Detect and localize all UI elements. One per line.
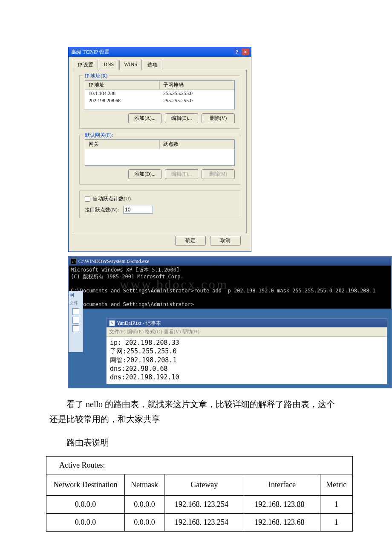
metric-fieldset: 自动跃点计数(U) 接口跃点数(N): bbox=[79, 191, 240, 218]
folder-icon[interactable] bbox=[72, 325, 79, 332]
th-network-destination: Network Destination bbox=[46, 474, 125, 496]
cmd-icon: c:\ bbox=[71, 258, 77, 264]
ip-address-list[interactable]: IP 地址 子网掩码 10.1.104.238 255.255.255.0 20… bbox=[85, 80, 235, 110]
th-netmask: Netmask bbox=[124, 474, 164, 496]
tab-strip: IP 设置 DNS WINS 选项 bbox=[73, 60, 247, 70]
close-icon[interactable]: × bbox=[242, 49, 249, 55]
ip-addresses-legend: IP 地址(R) bbox=[83, 72, 109, 80]
th-gateway: Gateway bbox=[164, 474, 244, 496]
active-routes-header: Active Routes: bbox=[46, 457, 353, 474]
cmd-window: c:\ C:\WINDOWS\system32\cmd.exe Microsof… bbox=[69, 257, 392, 309]
remove-gateway-button: 删除(M) bbox=[202, 169, 235, 179]
desktop-screenshot: www.bdocx.com c:\ C:\WINDOWS\system32\cm… bbox=[68, 256, 392, 388]
paragraph-2: 路由表说明 bbox=[49, 435, 343, 450]
ok-button[interactable]: 确定 bbox=[175, 236, 206, 246]
explorer-sidebar: 网 文件 bbox=[69, 291, 83, 352]
route-row: 0.0.0.0 0.0.0.0 192.168. 123.254 192.168… bbox=[46, 496, 353, 514]
cmd-output[interactable]: Microsoft Windows XP [版本 5.1.2600] (C) 版… bbox=[69, 266, 391, 309]
edit-ip-button[interactable]: 编辑(E)... bbox=[165, 113, 198, 123]
notepad-body[interactable]: ip: 202.198.208.33 子网:255.255.255.0 网管:2… bbox=[107, 337, 387, 384]
ip-col-header: IP 地址 bbox=[85, 81, 160, 90]
folder-icon[interactable] bbox=[72, 317, 79, 324]
folder-icon[interactable] bbox=[72, 308, 79, 315]
gateways-fieldset: 默认网关(F): 网关 跃点数 添加(D)... 编辑(T)... 删除(M) bbox=[79, 135, 240, 185]
notepad-icon: ✎ bbox=[109, 320, 115, 326]
remove-ip-button[interactable]: 删除(V) bbox=[202, 113, 235, 123]
paragraph-1: 看了 nello 的路由表，就找来这片文章，比较详细的解释了路由表，这个还是比较… bbox=[49, 397, 343, 427]
tab-wins[interactable]: WINS bbox=[119, 60, 142, 70]
cmd-title: C:\WINDOWS\system32\cmd.exe bbox=[78, 258, 149, 265]
dialog-title: 高级 TCP/IP 设置 bbox=[70, 49, 233, 56]
notepad-title: YanDaIP.txt - 记事本 bbox=[117, 320, 161, 327]
notepad-menu[interactable]: 文件(F) 编辑(E) 格式(O) 查看(V) 帮助(H) bbox=[107, 327, 387, 337]
route-row: 0.0.0.0 0.0.0.0 192.168. 123.254 192.168… bbox=[46, 514, 353, 532]
dialog-titlebar: 高级 TCP/IP 设置 ? × bbox=[69, 47, 251, 57]
th-interface: Interface bbox=[244, 474, 320, 496]
cancel-button[interactable]: 取消 bbox=[210, 236, 241, 246]
tab-panel: IP 地址(R) IP 地址 子网掩码 10.1.104.238 255.255… bbox=[73, 70, 247, 233]
gw-col-header: 网关 bbox=[85, 140, 160, 149]
th-metric: Metric bbox=[320, 474, 352, 496]
ip-row[interactable]: 10.1.104.238 255.255.255.0 bbox=[85, 90, 234, 97]
ip-addresses-fieldset: IP 地址(R) IP 地址 子网掩码 10.1.104.238 255.255… bbox=[79, 75, 240, 129]
ip-row[interactable]: 202.198.208.68 255.255.255.0 bbox=[85, 97, 234, 104]
metric-col-header: 跃点数 bbox=[160, 140, 234, 149]
tab-dns[interactable]: DNS bbox=[99, 60, 118, 70]
gateway-list[interactable]: 网关 跃点数 bbox=[85, 139, 235, 166]
add-gateway-button[interactable]: 添加(D)... bbox=[128, 169, 161, 179]
gateways-legend: 默认网关(F): bbox=[83, 132, 115, 139]
tcpip-advanced-dialog: 高级 TCP/IP 设置 ? × IP 设置 DNS WINS 选项 IP 地址… bbox=[68, 47, 251, 252]
edit-gateway-button: 编辑(T)... bbox=[165, 169, 198, 179]
mask-col-header: 子网掩码 bbox=[160, 81, 234, 90]
interface-metric-label: 接口跃点数(N): bbox=[85, 206, 119, 214]
notepad-window: ✎ YanDaIP.txt - 记事本 文件(F) 编辑(E) 格式(O) 查看… bbox=[106, 318, 387, 384]
auto-metric-label: 自动跃点计数(U) bbox=[93, 195, 131, 202]
tab-ip-settings[interactable]: IP 设置 bbox=[73, 60, 98, 70]
tab-options[interactable]: 选项 bbox=[143, 60, 162, 70]
interface-metric-input[interactable] bbox=[123, 206, 153, 214]
auto-metric-checkbox[interactable] bbox=[85, 196, 90, 202]
route-table: Active Routes: Network Destination Netma… bbox=[46, 456, 353, 532]
add-ip-button[interactable]: 添加(A)... bbox=[128, 113, 161, 123]
help-icon[interactable]: ? bbox=[233, 49, 241, 55]
